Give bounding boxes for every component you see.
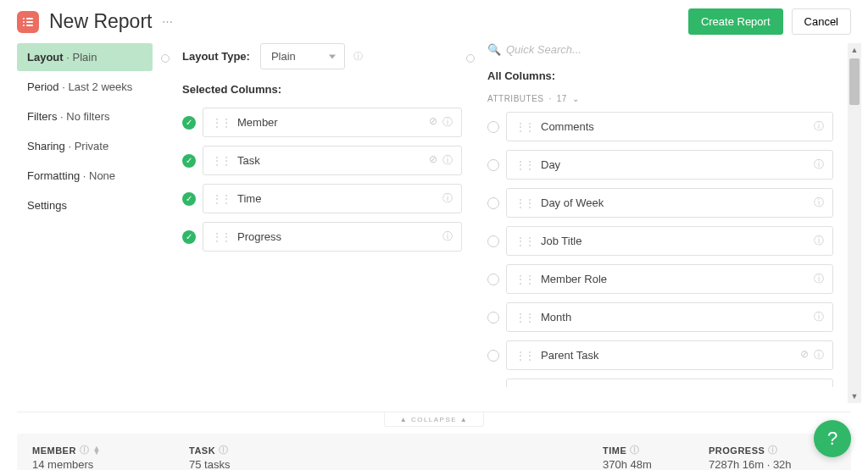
column-label: Parent Task [541,349,800,362]
summary-task: TASK ⓘ 75 tasks [189,444,603,470]
info-icon[interactable]: ⓘ [219,444,229,456]
attributes-group-header[interactable]: ATTRIBUTES · 17 ⌄ [487,94,838,103]
column-box[interactable]: ⋮⋮ Project ⊘ⓘ [506,379,833,387]
summary-label: MEMBER [32,445,76,456]
remove-icon[interactable]: ⊘ [800,348,809,362]
sidebar-item-layout[interactable]: Layout Plain [17,43,153,71]
panel-handle-icon[interactable] [466,54,475,63]
scroll-down-icon[interactable]: ▼ [848,390,861,403]
search-input[interactable] [506,43,838,56]
sidebar-item-label: Formatting [27,169,80,182]
column-box[interactable]: ⋮⋮ Day of Week ⓘ [506,188,833,218]
column-box[interactable]: ⋮⋮ Job Title ⓘ [506,226,833,256]
column-box[interactable]: ⋮⋮ Member ⊘ⓘ [203,108,462,137]
unchecked-icon[interactable] [487,159,499,171]
available-column-row: ⋮⋮ Day ⓘ [487,150,833,180]
scroll-up-icon[interactable]: ▲ [848,43,861,57]
sidebar-item-formatting[interactable]: Formatting None [17,162,153,190]
column-box[interactable]: ⋮⋮ Time ⓘ [203,184,462,213]
summary-label: TIME [603,445,626,456]
drag-handle-icon[interactable]: ⋮⋮ [212,193,231,205]
sidebar-item-sharing[interactable]: Sharing Private [17,132,153,160]
drag-handle-icon[interactable]: ⋮⋮ [515,312,534,323]
all-columns-title: All Columns: [487,69,838,82]
remove-icon[interactable]: ⊘ [429,153,437,168]
unchecked-icon[interactable] [487,350,499,362]
remove-icon[interactable]: ⊘ [800,386,809,387]
column-label: Job Title [541,235,814,247]
column-box[interactable]: ⋮⋮ Member Role ⓘ [506,264,833,294]
sidebar-item-filters[interactable]: Filters No filters [17,102,153,130]
chevron-down-icon: ⌄ [572,94,580,103]
collapse-button[interactable]: ▲ COLLAPSE ▲ [384,412,485,427]
svg-rect-3 [26,21,33,23]
check-icon[interactable]: ✓ [182,192,196,206]
drag-handle-icon[interactable]: ⋮⋮ [515,235,534,247]
check-icon[interactable]: ✓ [182,154,196,168]
info-icon[interactable]: ⓘ [353,50,363,63]
drag-handle-icon[interactable]: ⋮⋮ [515,274,534,285]
drag-handle-icon[interactable]: ⋮⋮ [515,197,534,209]
info-icon[interactable]: ⓘ [814,119,824,134]
info-icon[interactable]: ⓘ [814,272,824,286]
scrollbar[interactable]: ▲ ▼ [848,43,861,403]
info-icon[interactable]: ⓘ [814,348,824,362]
drag-handle-icon[interactable]: ⋮⋮ [515,350,534,362]
unchecked-icon[interactable] [487,197,499,209]
sidebar-item-meta: Last 2 weeks [62,80,132,93]
unchecked-icon[interactable] [487,274,499,285]
cancel-button[interactable]: Cancel [792,8,851,35]
info-icon[interactable]: ⓘ [814,386,824,387]
available-column-row: ⋮⋮ Project ⊘ⓘ [487,379,833,387]
info-icon[interactable]: ⓘ [630,444,640,456]
collapse-bar: ▲ COLLAPSE ▲ [17,412,851,425]
remove-icon[interactable]: ⊘ [429,115,437,130]
column-label: Comments [541,120,814,133]
info-icon[interactable]: ⓘ [442,153,453,168]
layout-type-value: Plain [271,50,296,63]
help-button[interactable]: ? [814,420,851,457]
unchecked-icon[interactable] [487,121,499,133]
page-title: New Report [49,10,152,33]
info-icon[interactable]: ⓘ [442,191,453,206]
column-box[interactable]: ⋮⋮ Month ⓘ [506,302,833,332]
info-icon[interactable]: ⓘ [442,229,453,244]
drag-handle-icon[interactable]: ⋮⋮ [212,117,231,129]
drag-handle-icon[interactable]: ⋮⋮ [515,121,534,133]
summary-value: 7287h 16m · 32h [709,458,836,470]
create-report-button[interactable]: Create Report [688,8,783,35]
sort-icon[interactable]: ▲▼ [92,446,100,455]
info-icon[interactable]: ⓘ [814,158,824,172]
scroll-thumb[interactable] [849,58,860,105]
selected-columns-panel: Layout Type: Plain ⓘ Selected Columns: ✓… [165,43,470,403]
column-box[interactable]: ⋮⋮ Progress ⓘ [203,222,462,252]
unchecked-icon[interactable] [487,312,499,323]
column-box[interactable]: ⋮⋮ Parent Task ⊘ⓘ [506,340,833,370]
drag-handle-icon[interactable]: ⋮⋮ [515,159,534,171]
panel-handle-icon[interactable] [161,54,170,63]
check-icon[interactable]: ✓ [182,230,196,244]
info-icon[interactable]: ⓘ [442,115,453,130]
column-label: Task [237,154,429,167]
info-icon[interactable]: ⓘ [768,444,778,456]
info-icon[interactable]: ⓘ [80,444,90,456]
column-box[interactable]: ⋮⋮ Task ⊘ⓘ [203,146,462,175]
column-label: Time [237,192,442,205]
unchecked-icon[interactable] [487,235,499,247]
drag-handle-icon[interactable]: ⋮⋮ [212,231,231,243]
info-icon[interactable]: ⓘ [814,196,824,210]
column-box[interactable]: ⋮⋮ Comments ⓘ [506,112,833,141]
title-menu-icon[interactable]: ⋯ [162,15,175,28]
available-column-row: ⋮⋮ Month ⓘ [487,302,833,332]
sidebar-item-period[interactable]: Period Last 2 weeks [17,73,153,101]
info-icon[interactable]: ⓘ [814,234,824,248]
svg-rect-2 [23,21,25,23]
drag-handle-icon[interactable]: ⋮⋮ [212,155,231,167]
info-icon[interactable]: ⓘ [814,310,824,324]
check-icon[interactable]: ✓ [182,116,196,130]
layout-type-select[interactable]: Plain [260,43,345,69]
sidebar-item-settings[interactable]: Settings [17,191,153,219]
column-label: Day of Week [541,196,814,209]
column-box[interactable]: ⋮⋮ Day ⓘ [506,150,833,180]
sidebar-item-label: Settings [27,199,67,212]
